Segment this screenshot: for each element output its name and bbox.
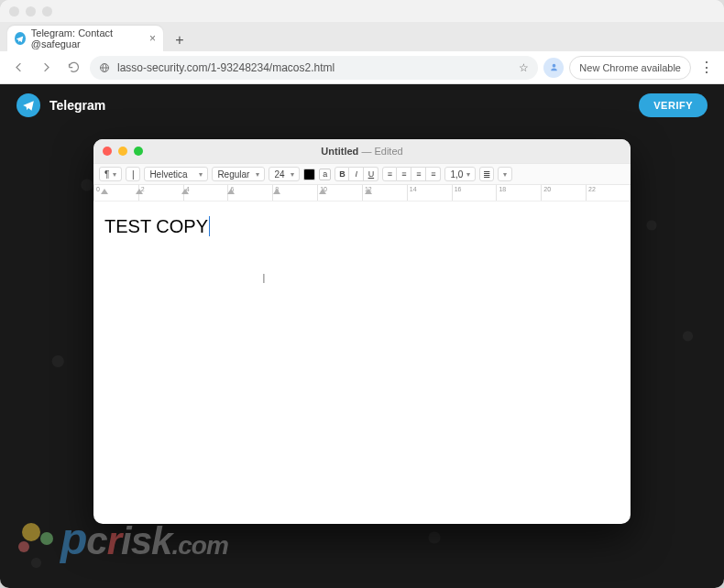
page-content: Telegram VERIFY Untitled — Edited ¶▾ | H… — [0, 84, 724, 588]
highlight-color-swatch[interactable] — [319, 169, 331, 180]
traffic-min[interactable] — [26, 6, 36, 16]
wm-isk: isk — [121, 519, 171, 563]
paragraph-style-dropdown[interactable]: ¶▾ — [99, 167, 122, 181]
traffic-max[interactable] — [42, 6, 52, 16]
align-justify-button[interactable]: ≡ — [426, 167, 441, 181]
watermark-bubbles-icon — [16, 521, 59, 558]
ruler[interactable]: 0246810121416182022 — [93, 185, 631, 201]
document-body[interactable]: TEST COPY I — [93, 201, 631, 524]
browser-toolbar: lasso-security.com/1-93248234/macos2.htm… — [0, 51, 724, 84]
font-size-dropdown[interactable]: 24▾ — [269, 167, 300, 181]
list-style-dropdown[interactable]: ▾ — [498, 167, 512, 181]
address-bar[interactable]: lasso-security.com/1-93248234/macos2.htm… — [90, 56, 538, 80]
telegram-logo-icon — [16, 93, 40, 117]
font-family-dropdown[interactable]: Helvetica▾ — [144, 167, 208, 181]
editor-toolbar: ¶▾ | Helvetica▾ Regular▾ 24▾ B I U ≡ ≡ ≡… — [93, 163, 631, 185]
browser-window: Telegram: Contact @safeguar × + lasso-se… — [0, 0, 724, 588]
text-caret — [209, 216, 210, 236]
traffic-close[interactable] — [9, 6, 19, 16]
telegram-title: Telegram — [49, 98, 105, 113]
wm-r: r — [107, 519, 121, 563]
telegram-header: Telegram VERIFY — [0, 84, 724, 126]
forward-button[interactable] — [35, 57, 57, 79]
ruler-tab-marker[interactable] — [273, 189, 280, 194]
wm-p: p — [60, 514, 86, 564]
editor-titlebar[interactable]: Untitled — Edited — [93, 139, 631, 163]
back-button[interactable] — [7, 57, 29, 79]
ruler-tab-marker[interactable] — [365, 189, 372, 194]
wm-ext: .com — [171, 531, 227, 561]
align-right-button[interactable]: ≡ — [411, 167, 426, 181]
pcrisk-watermark: p c r isk .com — [16, 514, 228, 564]
verify-button[interactable]: VERIFY — [639, 93, 708, 117]
align-segment: ≡ ≡ ≡ ≡ — [382, 167, 441, 181]
tab-title: Telegram: Contact @safeguar — [31, 27, 144, 49]
document-text: TEST COPY — [104, 216, 208, 236]
list-button[interactable]: ≣ — [479, 167, 494, 181]
ruler-tab-marker[interactable] — [227, 189, 235, 194]
bold-button[interactable]: B — [335, 167, 349, 181]
font-prev-button[interactable]: | — [126, 167, 140, 181]
align-center-button[interactable]: ≡ — [397, 167, 411, 181]
text-color-swatch[interactable] — [303, 169, 315, 180]
bookmark-star-icon[interactable]: ☆ — [519, 61, 529, 74]
profile-button[interactable] — [543, 58, 564, 78]
browser-tab[interactable]: Telegram: Contact @safeguar × — [7, 26, 163, 51]
wm-c: c — [86, 519, 106, 563]
italic-button[interactable]: I — [349, 167, 364, 181]
ruler-tab-marker[interactable] — [181, 189, 189, 194]
text-style-segment: B I U — [335, 167, 378, 181]
telegram-favicon — [15, 32, 26, 45]
update-chip[interactable]: New Chrome available — [569, 56, 691, 80]
browser-menu-button[interactable]: ⋮ — [697, 58, 717, 78]
url-text: lasso-security.com/1-93248234/macos2.htm… — [117, 61, 335, 74]
underline-button[interactable]: U — [364, 167, 378, 181]
ruler-indent-marker[interactable] — [101, 189, 108, 194]
reload-button[interactable] — [62, 57, 84, 79]
ibeam-cursor-icon: I — [263, 271, 265, 286]
tab-strip: Telegram: Contact @safeguar × + — [0, 22, 724, 51]
text-editor-window[interactable]: Untitled — Edited ¶▾ | Helvetica▾ Regula… — [93, 139, 631, 524]
ruler-tab-marker[interactable] — [319, 189, 326, 194]
close-tab-icon[interactable]: × — [149, 32, 156, 45]
ruler-tab-marker[interactable] — [136, 189, 143, 194]
editor-title: Untitled — Edited — [93, 146, 631, 157]
line-spacing-dropdown[interactable]: 1,0▾ — [444, 167, 476, 181]
align-left-button[interactable]: ≡ — [382, 167, 397, 181]
new-tab-button[interactable]: + — [169, 29, 191, 51]
font-style-dropdown[interactable]: Regular▾ — [212, 167, 265, 181]
mac-titlebar — [0, 0, 724, 22]
